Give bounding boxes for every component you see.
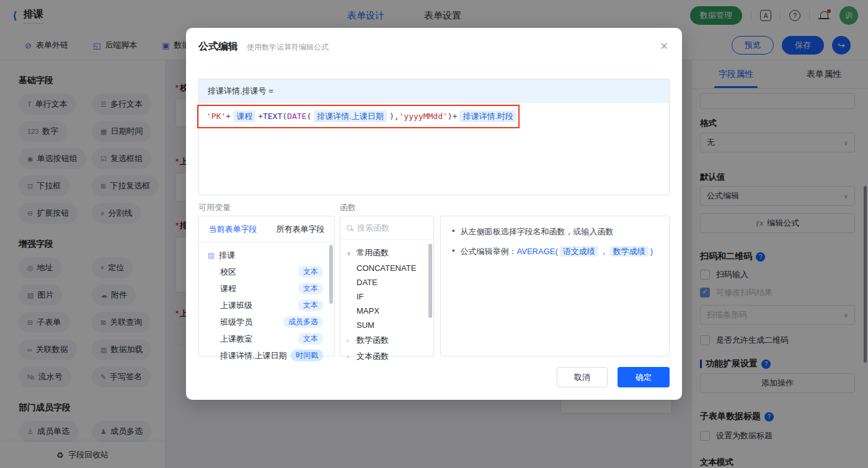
expression-header: 排课详情.排课号 = [199,79,669,103]
modal-title: 公式编辑 [198,40,238,53]
confirm-button[interactable]: 确定 [618,367,670,387]
formula-line: 'PK'+课程+TEXT(DATE(排课详情.上课日期),'yyyyMMdd')… [206,111,519,122]
help-tip: • 从左侧面板选择字段名和函数，或输入函数 [452,226,658,237]
functions-scrollbar[interactable] [428,244,432,318]
formula-operator: + [226,112,231,121]
field-type-badge: 文本 [298,333,323,345]
help-example: • 公式编辑举例：AVERAGE(语文成绩，数学成绩) [452,246,658,257]
function-tree: ∨常用函数CONCATENATEDATEIFMAPXSUM›数学函数›文本函数 [340,240,433,369]
variable-root[interactable]: ▤ 排课 [199,247,334,263]
variables-panel: 当前表单字段 所有表单字段 ▤ 排课 校区文本课程文本上课班级文本班级学员成员多… [198,216,335,356]
formula-highlight-box: 'PK'+课程+TEXT(DATE(排课详情.上课日期),'yyyyMMdd')… [197,105,520,128]
formula-string: 'yyyyMMdd' [399,112,448,121]
form-doc-icon: ▤ [208,251,215,260]
example-prefix: 公式编辑举例： [461,247,517,256]
function-item[interactable]: IF [340,289,433,304]
variable-item[interactable]: 上课教室文本 [199,330,334,347]
functions-label: 函数 [340,202,356,213]
formula-field-chip: 排课详情.上课日期 [314,110,387,122]
tab-current-form-fields[interactable]: 当前表单字段 [199,216,267,242]
formula-operator: + [258,112,263,121]
function-search [340,216,433,240]
variable-list: ▤ 排课 校区文本课程文本上课班级文本班级学员成员多选上课教室文本排课详情.上课… [199,242,334,364]
formula-function: TEXT [263,112,282,121]
formula-editor-modal: 公式编辑 使用数学运算符编辑公式 ✕ 排课详情.排课号 = 'PK'+课程+TE… [186,28,682,400]
example-function-text: ， [600,247,608,256]
field-type-badge: 文本 [298,283,323,294]
field-type-badge: 文本 [298,299,323,311]
variable-name: 上课教室 [220,333,252,345]
function-search-input[interactable] [357,223,419,232]
example-field-chip: 数学成绩 [610,246,649,257]
variable-item[interactable]: 上课班级文本 [199,297,334,314]
formula-editor: 排课详情.排课号 = 'PK'+课程+TEXT(DATE(排课详情.上课日期),… [198,79,670,195]
variable-name: 校区 [220,267,236,278]
variable-item[interactable]: 班级学员成员多选 [199,314,334,330]
variable-item[interactable]: 课程文本 [199,280,334,297]
variable-name: 排课详情.上课日期 [220,350,287,361]
variables-scrollbar[interactable] [329,245,333,304]
example-function-text: ) [650,247,653,256]
bullet-icon: • [452,246,455,257]
cancel-button[interactable]: 取消 [557,367,608,387]
formula-operator: ( [306,112,311,121]
formula-field-chip: 排课详情.时段 [459,110,516,122]
help-panel: • 从左侧面板选择字段名和函数，或输入函数 • 公式编辑举例：AVERAGE(语… [440,216,670,356]
function-group-label: 常用函数 [356,247,389,258]
function-group[interactable]: ›文本函数 [340,348,433,364]
formula-operator: ), [389,112,399,121]
search-icon [347,225,353,231]
close-icon[interactable]: ✕ [660,40,668,52]
variables-label: 可用变量 [198,202,231,213]
modal-subtitle: 使用数学运算符编辑公式 [247,42,329,53]
function-item[interactable]: DATE [340,275,433,289]
variable-name: 课程 [220,283,236,294]
function-group-label: 数学函数 [356,335,389,346]
formula-field-chip: 课程 [233,110,255,122]
help-example-tokens: AVERAGE(语文成绩，数学成绩) [517,247,653,256]
function-item[interactable]: CONCATENATE [340,261,433,275]
example-field-chip: 语文成绩 [560,246,598,257]
function-group[interactable]: ›数学函数 [340,332,433,348]
bullet-icon: • [452,226,455,237]
function-item[interactable]: SUM [340,318,433,332]
variable-root-label: 排课 [219,250,235,261]
function-group-label: 文本函数 [356,351,389,362]
field-type-badge: 时间戳 [291,350,323,361]
formula-string: 'PK' [206,112,226,121]
chevron-right-icon: › [347,353,353,360]
formula-operator: ( [282,112,287,121]
field-type-badge: 文本 [298,266,323,278]
formula-input-area[interactable]: 'PK'+课程+TEXT(DATE(排课详情.上课日期),'yyyyMMdd')… [199,103,669,195]
variable-item[interactable]: 校区文本 [199,263,334,280]
formula-function: DATE [287,112,306,121]
function-item[interactable]: MAPX [340,304,433,318]
chevron-down-icon: ∨ [347,250,353,257]
functions-panel: ∨常用函数CONCATENATEDATEIFMAPXSUM›数学函数›文本函数 [340,216,434,356]
field-type-badge: 成员多选 [283,316,323,328]
variable-name: 班级学员 [220,317,252,328]
chevron-right-icon: › [347,337,353,344]
tab-all-form-fields[interactable]: 所有表单字段 [267,216,334,242]
variable-item[interactable]: 排课详情.上课日期时间戳 [199,347,334,364]
formula-operator: )+ [448,112,458,121]
function-group[interactable]: ∨常用函数 [340,245,433,261]
example-function-text: AVERAGE( [517,247,558,256]
variable-name: 上课班级 [220,300,252,311]
